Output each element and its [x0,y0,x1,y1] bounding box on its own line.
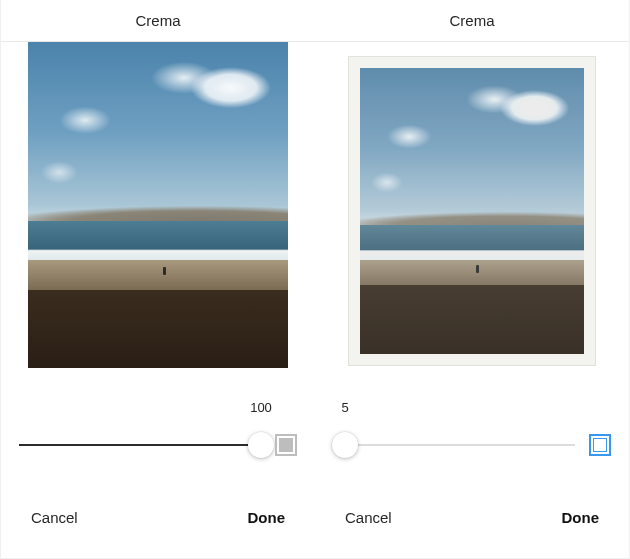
intensity-control: 100 [1,388,315,468]
intensity-control: 5 [315,388,629,468]
preview-image-framed[interactable] [348,56,596,366]
preview-stage [315,42,629,388]
intensity-value: 5 [341,400,348,415]
intensity-value: 100 [250,400,272,415]
slider-knob[interactable] [332,432,358,458]
done-button[interactable]: Done [248,509,286,526]
filter-compare-view: Crema 100 Cancel Done Crema [0,0,630,559]
cancel-button[interactable]: Cancel [345,509,392,526]
filter-panel-right: Crema 5 Cancel Done [315,0,629,558]
cancel-button[interactable]: Cancel [31,509,78,526]
frame-toggle-icon[interactable] [275,434,297,456]
frame-toggle-icon[interactable] [589,434,611,456]
done-button[interactable]: Done [562,509,600,526]
preview-stage [1,42,315,388]
intensity-slider[interactable] [19,444,261,446]
intensity-slider[interactable] [333,444,575,446]
filter-title: Crema [315,0,629,42]
action-bar: Cancel Done [1,492,315,558]
filter-panel-left: Crema 100 Cancel Done [1,0,315,558]
preview-image[interactable] [28,42,288,368]
slider-knob[interactable] [248,432,274,458]
filter-title: Crema [1,0,315,42]
action-bar: Cancel Done [315,492,629,558]
